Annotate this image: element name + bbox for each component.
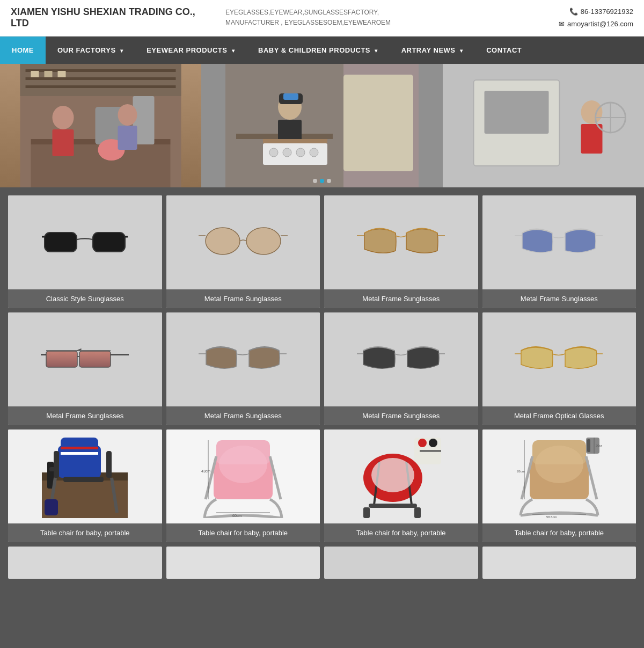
product-card-bottom-3[interactable] [324,547,478,579]
hero-image-2 [201,64,443,187]
product-image-baby-red [324,429,478,523]
svg-rect-25 [263,139,327,143]
product-card-metal-optical-yellow[interactable]: Metal Frame Optical Glasses [482,312,636,425]
svg-rect-70 [61,447,98,449]
site-contact-info: 📞 86-13376921932 ✉ amoyartist@126.com [559,5,633,31]
product-image-baby-blue [8,429,162,523]
svg-rect-18 [343,75,413,171]
site-tagline: EYEGLASSES,EYEWEAR,SUNGLASSESFACTORY, MA… [215,8,559,28]
product-image-metal-optical-yellow [482,312,636,406]
main-nav: HOME OUR FACTORYS ▾ EYEWEAR PRODUCTS ▾ B… [0,37,644,64]
nav-eyewear[interactable]: EYEWEAR PRODUCTS ▾ [135,37,246,64]
product-label-baby-pink: Table chair for baby, portable [166,523,320,542]
product-card-metal-aviator-dark[interactable]: Metal Frame Sunglasses [166,312,320,425]
svg-point-3 [53,106,74,129]
svg-rect-40 [45,232,77,252]
svg-rect-10 [26,85,176,88]
product-label-metal-aviator-blue: Metal Frame Sunglasses [482,289,636,308]
product-card-metal-aviator-brown[interactable]: Metal Frame Sunglasses [324,195,478,308]
svg-rect-13 [58,71,66,77]
svg-point-44 [206,228,240,254]
product-card-baby-blue[interactable]: Table chair for baby, portable [8,429,162,542]
svg-rect-74 [63,477,104,482]
product-image-baby-brown: 20cm 28cm 58.5cm [482,429,636,523]
hero-image-3 [443,64,644,187]
svg-rect-73 [106,451,112,478]
svg-point-29 [296,148,305,157]
svg-rect-95 [363,507,370,518]
svg-point-80 [219,446,267,483]
product-image-metal-aviator-blue [482,195,636,289]
site-logo: XIAMEN YISHU SHEXIAN TRADING CO., LTD [11,6,215,29]
product-image-metal-round [166,195,320,289]
products-section: Classic Style Sunglasses [0,187,644,591]
product-label-metal-aviator-brown: Metal Frame Sunglasses [324,289,478,308]
product-card-classic[interactable]: Classic Style Sunglasses [8,195,162,308]
product-label-baby-red: Table chair for baby, portable [324,523,478,542]
svg-point-45 [246,228,281,254]
carousel-dots [313,179,331,183]
product-image-baby-pink: 43cm 60cm [166,429,320,523]
product-card-metal-round[interactable]: Metal Frame Sunglasses [166,195,320,308]
product-card-metal-aviator-black[interactable]: Metal Frame Sunglasses [324,312,478,425]
carousel-dot-2[interactable] [320,179,324,183]
product-label-classic: Classic Style Sunglasses [8,289,162,308]
nav-home[interactable]: HOME [0,37,46,64]
product-card-metal-aviator-blue[interactable]: Metal Frame Sunglasses [482,195,636,308]
svg-point-15 [118,104,137,126]
svg-point-30 [310,148,318,157]
product-image-classic [8,195,162,289]
svg-text:43cm: 43cm [201,469,210,473]
product-card-metal-rect-red[interactable]: Metal Frame Sunglasses [8,312,162,425]
product-card-baby-brown[interactable]: 20cm 28cm 58.5cm Table chair for baby, p… [482,429,636,542]
product-image-metal-rect-red [8,312,162,406]
product-card-bottom-1[interactable] [8,547,162,579]
svg-rect-4 [53,129,74,156]
products-row-4 [8,547,636,579]
svg-point-28 [283,148,291,157]
svg-rect-9 [26,77,176,80]
product-label-metal-optical-yellow: Metal Frame Optical Glasses [482,406,636,425]
products-row-1: Classic Style Sunglasses [8,195,636,308]
product-image-metal-aviator-black [324,312,478,406]
nav-contact[interactable]: CONTACT [474,37,533,64]
product-label-metal-round: Metal Frame Sunglasses [166,289,320,308]
hero-banner [0,64,644,187]
svg-text:58.5cm: 58.5cm [546,515,557,518]
svg-rect-12 [45,71,53,77]
product-card-baby-pink[interactable]: 43cm 60cm Table chair for baby, portable [166,429,320,542]
carousel-dot-3[interactable] [327,179,331,183]
svg-text:28cm: 28cm [517,470,525,473]
product-label-metal-aviator-dark: Metal Frame Sunglasses [166,406,320,425]
nav-factorys[interactable]: OUR FACTORYS ▾ [46,37,135,64]
product-label-metal-rect-red: Metal Frame Sunglasses [8,406,162,425]
product-image-metal-aviator-dark [166,312,320,406]
svg-point-100 [535,446,583,483]
email-info: ✉ amoyartist@126.com [559,18,633,30]
svg-rect-33 [485,91,549,134]
svg-point-89 [429,439,437,447]
product-label-metal-aviator-black: Metal Frame Sunglasses [324,406,478,425]
svg-rect-11 [31,71,39,77]
carousel-dot-1[interactable] [313,179,317,183]
svg-rect-104 [587,439,590,452]
svg-rect-77 [45,499,58,515]
product-card-bottom-2[interactable] [166,547,320,579]
nav-baby[interactable]: BABY & CHILDREN PRODUCTS ▾ [246,37,390,64]
product-card-bottom-4[interactable] [482,547,636,579]
svg-rect-96 [414,507,421,518]
phone-icon: 📞 [569,5,578,18]
product-label-baby-blue: Table chair for baby, portable [8,523,162,542]
svg-rect-23 [283,93,298,100]
svg-rect-72 [54,451,59,478]
svg-point-88 [418,439,427,447]
email-icon: ✉ [559,18,565,30]
svg-rect-41 [93,232,125,252]
svg-rect-71 [61,452,98,455]
svg-rect-94 [369,504,417,508]
svg-rect-52 [46,351,77,367]
product-label-baby-brown: Table chair for baby, portable [482,523,636,542]
svg-text:60cm: 60cm [232,514,241,518]
product-card-baby-red[interactable]: Table chair for baby, portable [324,429,478,542]
nav-news[interactable]: ARTRAY NEWS ▾ [390,37,474,64]
